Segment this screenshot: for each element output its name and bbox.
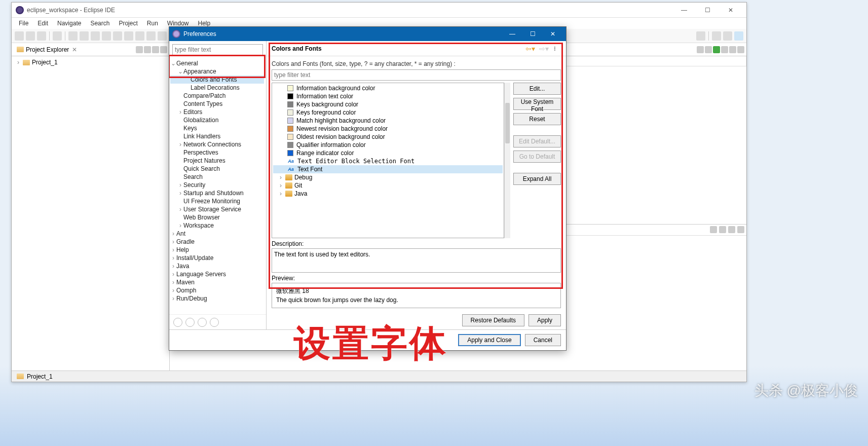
save-button[interactable] xyxy=(26,31,35,41)
pref-tree[interactable]: ⌄General ⌄Appearance Colors and Fonts La… xyxy=(169,58,266,314)
colors-filter-input[interactable] xyxy=(272,69,561,81)
menu-project[interactable]: Project xyxy=(115,19,141,28)
resume-button[interactable] xyxy=(68,31,78,41)
node-quick-search[interactable]: Quick Search xyxy=(170,165,264,173)
close-button[interactable]: ✕ xyxy=(543,27,563,41)
stepreturn-button[interactable] xyxy=(135,31,144,41)
node-link-handlers[interactable]: Link Handlers xyxy=(170,132,264,140)
item-range-ind[interactable]: Range indicator color xyxy=(273,149,503,157)
node-project-natures[interactable]: Project Natures xyxy=(170,157,264,165)
close-tab-icon[interactable]: ✕ xyxy=(72,46,77,53)
node-search[interactable]: Search xyxy=(170,173,264,181)
back-icon[interactable]: ⇦▾ xyxy=(523,45,537,53)
node-workspace[interactable]: ›Workspace xyxy=(170,221,264,230)
item-newest-rev[interactable]: Newest revision background color xyxy=(273,125,503,133)
skip-breakpoints-button[interactable] xyxy=(53,31,62,41)
remove-icon[interactable] xyxy=(721,46,728,53)
link-editor-icon[interactable] xyxy=(144,46,151,53)
apply-close-button[interactable]: Apply and Close xyxy=(458,334,520,346)
node-label-deco[interactable]: Label Decorations xyxy=(170,84,264,92)
node-language-servers[interactable]: ›Language Servers xyxy=(170,270,264,278)
node-general[interactable]: ⌄General xyxy=(170,59,264,67)
edit-button[interactable]: Edit... xyxy=(513,83,561,95)
reset-button[interactable]: Reset xyxy=(513,113,561,125)
view-menu-icon[interactable] xyxy=(737,46,744,53)
new-button[interactable] xyxy=(15,31,24,41)
collapse-all-icon[interactable] xyxy=(136,46,143,53)
node-user-storage[interactable]: ›User Storage Service xyxy=(170,205,264,213)
menu-navigate[interactable]: Navigate xyxy=(53,19,85,28)
filter-icon[interactable] xyxy=(152,46,159,53)
item-keys-bg[interactable]: Keys background color xyxy=(273,100,503,108)
tab-project-explorer[interactable]: Project Explorer ✕ xyxy=(14,45,80,54)
node-appearance[interactable]: ⌄Appearance xyxy=(170,67,264,76)
view-menu-icon[interactable] xyxy=(160,46,167,53)
item-match-hl[interactable]: Match highlight background color xyxy=(273,117,503,125)
java-perspective-button[interactable] xyxy=(723,31,732,41)
tree-row-project[interactable]: › Project_1 xyxy=(16,58,165,66)
node-web-browser[interactable]: Web Browser xyxy=(170,213,264,221)
layout-icon[interactable] xyxy=(705,46,712,53)
help-icon[interactable] xyxy=(173,318,182,327)
terminate-button[interactable] xyxy=(91,31,100,41)
item-text-editor-block[interactable]: AaText Editor Block Selection Font xyxy=(273,157,503,165)
node-ui-freeze[interactable]: UI Freeze Monitoring xyxy=(170,197,264,205)
node-network[interactable]: ›Network Connections xyxy=(170,140,264,148)
stepfilters-button[interactable] xyxy=(158,31,167,41)
removeall-icon[interactable] xyxy=(729,46,736,53)
node-keys[interactable]: Keys xyxy=(170,124,264,132)
item-text-font[interactable]: AaText Font xyxy=(273,165,503,173)
cancel-button[interactable]: Cancel xyxy=(525,334,561,346)
node-startup[interactable]: ›Startup and Shutdown xyxy=(170,189,264,197)
menu-run[interactable]: Run xyxy=(143,19,162,28)
expand-icon[interactable]: › xyxy=(16,59,21,66)
item-keys-fg[interactable]: Keys foreground color xyxy=(273,108,503,117)
folder-git[interactable]: ›Git xyxy=(273,181,503,190)
menu-file[interactable]: File xyxy=(15,19,32,28)
colors-fonts-list[interactable]: Information background color Information… xyxy=(272,83,504,238)
filter-icon[interactable] xyxy=(710,226,717,233)
node-run-debug[interactable]: ›Run/Debug xyxy=(170,294,264,303)
close-button[interactable]: ✕ xyxy=(719,3,742,18)
node-gradle[interactable]: ›Gradle xyxy=(170,238,264,246)
debug-perspective-button[interactable] xyxy=(734,31,743,41)
disconnect-button[interactable] xyxy=(102,31,111,41)
node-maven[interactable]: ›Maven xyxy=(170,278,264,286)
node-editors[interactable]: ›Editors xyxy=(170,108,264,116)
open-perspective-button[interactable] xyxy=(712,31,721,41)
minimize-icon[interactable] xyxy=(728,226,735,233)
node-help[interactable]: ›Help xyxy=(170,246,264,254)
item-info-bg[interactable]: Information background color xyxy=(273,84,503,92)
add-icon[interactable] xyxy=(713,46,720,53)
node-ant[interactable]: ›Ant xyxy=(170,230,264,238)
folder-debug[interactable]: ›Debug xyxy=(273,173,503,181)
node-security[interactable]: ›Security xyxy=(170,181,264,189)
apply-button[interactable]: Apply xyxy=(529,314,561,326)
use-system-font-button[interactable]: Use System Font xyxy=(513,98,561,110)
type-tree-icon[interactable] xyxy=(697,46,704,53)
menu-edit[interactable]: Edit xyxy=(33,19,52,28)
filter-input[interactable] xyxy=(172,44,263,55)
node-colors-fonts[interactable]: Colors and Fonts xyxy=(170,76,264,84)
export-icon[interactable] xyxy=(198,318,207,327)
restore-defaults-button[interactable]: Restore Defaults xyxy=(462,314,524,326)
node-compare-patch[interactable]: Compare/Patch xyxy=(170,92,264,100)
node-install-update[interactable]: ›Install/Update xyxy=(170,254,264,262)
node-java[interactable]: ›Java xyxy=(170,262,264,270)
maximize-icon[interactable] xyxy=(737,226,744,233)
minimize-button[interactable]: — xyxy=(502,27,522,41)
stepover-button[interactable] xyxy=(124,31,133,41)
menu-search[interactable]: Search xyxy=(86,19,114,28)
expand-all-button[interactable]: Expand All xyxy=(513,173,561,185)
scrollbar[interactable] xyxy=(504,83,510,238)
folder-java[interactable]: ›Java xyxy=(273,190,503,198)
saveall-button[interactable] xyxy=(37,31,46,41)
import-icon[interactable] xyxy=(185,318,195,327)
suspend-button[interactable] xyxy=(80,31,89,41)
stepinto-button[interactable] xyxy=(113,31,122,41)
droptoframe-button[interactable] xyxy=(146,31,156,41)
view-menu-icon[interactable] xyxy=(719,226,726,233)
node-perspectives[interactable]: Perspectives xyxy=(170,148,264,157)
node-globalization[interactable]: Globalization xyxy=(170,116,264,124)
node-oomph[interactable]: ›Oomph xyxy=(170,286,264,294)
